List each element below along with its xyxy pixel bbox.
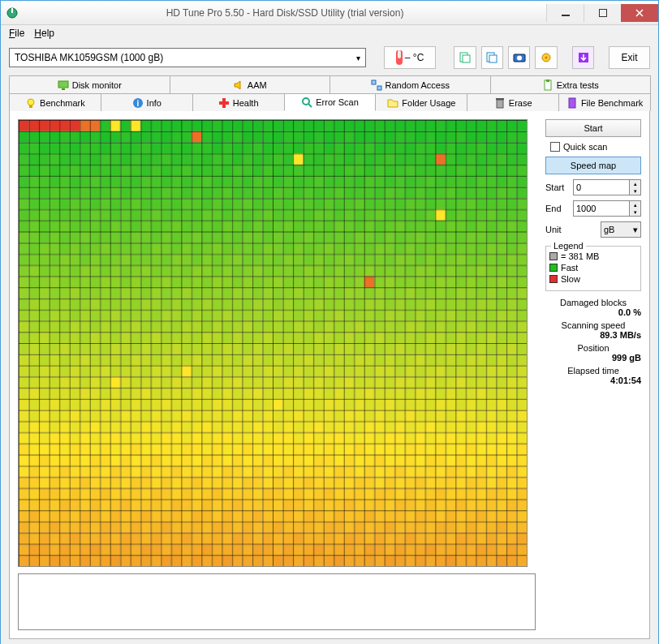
speed-map-button[interactable]: Speed map [545, 157, 641, 174]
tab-label: Folder Usage [402, 98, 455, 108]
app-icon [6, 6, 19, 19]
svg-rect-5 [463, 55, 470, 62]
unit-select[interactable]: gB▾ [601, 221, 641, 238]
svg-rect-7 [489, 55, 497, 62]
info-icon: i [132, 97, 144, 109]
tab-label: Benchmark [40, 98, 85, 108]
content-panel: Start Quick scan Speed map Start 0 ▴▾ En… [9, 111, 650, 639]
legend-swatch-slow [549, 275, 558, 283]
svg-text:i: i [136, 99, 139, 108]
tab-random-access[interactable]: Random Access [330, 75, 491, 93]
legend-fast-label: Fast [561, 263, 578, 273]
tab-label: File Benchmark [581, 98, 643, 108]
speed-label: Scanning speed [545, 320, 641, 330]
legend-title: Legend [551, 241, 586, 251]
menu-file[interactable]: File [9, 28, 24, 39]
svg-rect-16 [377, 86, 381, 90]
tab-file-benchmark[interactable]: File Benchmark [558, 93, 651, 111]
maximize-button[interactable] [584, 4, 621, 22]
tab-disk-monitor[interactable]: Disk monitor [9, 75, 170, 93]
tab-label: Extra tests [557, 80, 599, 90]
svg-rect-15 [372, 80, 376, 84]
copy-info-button[interactable] [481, 46, 503, 69]
stats: Damaged blocks 0.0 % Scanning speed 89.3… [545, 298, 641, 389]
tab-row-2: Benchmark iInfo Health Error Scan Folder… [9, 93, 650, 111]
svg-rect-28 [496, 98, 504, 100]
chevron-down-icon: ▾ [633, 225, 638, 235]
spinner[interactable]: ▴▾ [629, 201, 640, 216]
tab-label: Error Scan [316, 97, 359, 107]
tab-folder-usage[interactable]: Folder Usage [375, 93, 467, 111]
start-button[interactable]: Start [545, 119, 641, 137]
legend-slow-label: Slow [561, 274, 580, 284]
tab-label: AAM [248, 80, 267, 90]
side-panel: Start Quick scan Speed map Start 0 ▴▾ En… [545, 119, 641, 630]
svg-rect-27 [497, 100, 503, 108]
tab-label: Random Access [385, 80, 450, 90]
svg-point-25 [303, 98, 309, 105]
svg-rect-24 [219, 101, 229, 105]
svg-point-19 [28, 99, 34, 105]
menubar: File Help [1, 25, 658, 41]
quick-scan-checkbox[interactable]: Quick scan [545, 142, 641, 152]
tab-benchmark[interactable]: Benchmark [9, 93, 101, 111]
tab-erase[interactable]: Erase [467, 93, 559, 111]
exit-button[interactable]: Exit [609, 46, 650, 69]
speed-value: 89.3 MB/s [545, 330, 641, 340]
start-label: Start [545, 182, 570, 192]
bulb-icon [25, 97, 37, 109]
svg-point-9 [517, 56, 522, 61]
chevron-down-icon: ▾ [356, 54, 360, 62]
folder-icon [387, 97, 398, 109]
tab-label: Health [233, 98, 259, 108]
log-box [18, 573, 536, 630]
tab-label: Disk monitor [72, 80, 122, 90]
end-input[interactable]: 1000 ▴▾ [573, 200, 641, 217]
random-icon [371, 79, 382, 91]
position-value: 999 gB [545, 353, 641, 363]
temperature-value: – °C [405, 52, 424, 63]
app-window: HD Tune Pro 5.50 - Hard Disk/SSD Utility… [0, 0, 659, 644]
end-label: End [545, 204, 570, 213]
legend-swatch-fast [549, 264, 558, 272]
svg-rect-2 [562, 15, 570, 16]
checkbox-label: Quick scan [563, 142, 607, 152]
tab-row-1: Disk monitor AAM Random Access Extra tes… [9, 75, 650, 93]
legend-block-label: = 381 MB [561, 251, 599, 261]
end-field: End 1000 ▴▾ [545, 200, 641, 217]
elapsed-value: 4:01:54 [545, 376, 641, 385]
elapsed-label: Elapsed time [545, 366, 641, 376]
window-buttons [546, 4, 658, 22]
close-button[interactable] [621, 4, 658, 22]
tab-extra-tests[interactable]: Extra tests [490, 75, 652, 93]
start-input[interactable]: 0 ▴▾ [573, 179, 641, 195]
screenshot-button[interactable] [508, 46, 530, 69]
unit-label: Unit [545, 225, 570, 234]
minimize-button[interactable] [546, 4, 584, 22]
options-button[interactable] [535, 46, 557, 69]
svg-rect-13 [58, 81, 68, 88]
tab-container: Disk monitor AAM Random Access Extra tes… [9, 75, 650, 111]
speed-map-canvas [18, 119, 528, 567]
start-value: 0 [574, 180, 629, 195]
drive-select[interactable]: TOSHIBA MK1059GSM (1000 gB) ▾ [9, 48, 366, 67]
copy-text-button[interactable] [454, 46, 476, 69]
titlebar: HD Tune Pro 5.50 - Hard Disk/SSD Utility… [1, 1, 658, 25]
tab-error-scan[interactable]: Error Scan [284, 93, 377, 111]
svg-rect-29 [569, 98, 575, 108]
file-bench-icon [566, 97, 578, 109]
checkbox-icon [550, 142, 560, 152]
window-title: HD Tune Pro 5.50 - Hard Disk/SSD Utility… [24, 7, 546, 19]
spinner[interactable]: ▴▾ [629, 180, 640, 195]
menu-help[interactable]: Help [34, 28, 54, 39]
save-button[interactable] [572, 46, 594, 69]
legend-swatch-block [549, 252, 558, 260]
temperature-display: – °C [384, 46, 437, 69]
tab-info[interactable]: iInfo [101, 93, 193, 111]
toolbar: TOSHIBA MK1059GSM (1000 gB) ▾ – °C Exit [1, 41, 658, 74]
legend-box: Legend = 381 MB Fast Slow [545, 246, 641, 291]
monitor-icon [58, 79, 69, 91]
tab-health[interactable]: Health [192, 93, 285, 111]
map-wrap [18, 119, 536, 630]
tab-aam[interactable]: AAM [170, 75, 331, 93]
